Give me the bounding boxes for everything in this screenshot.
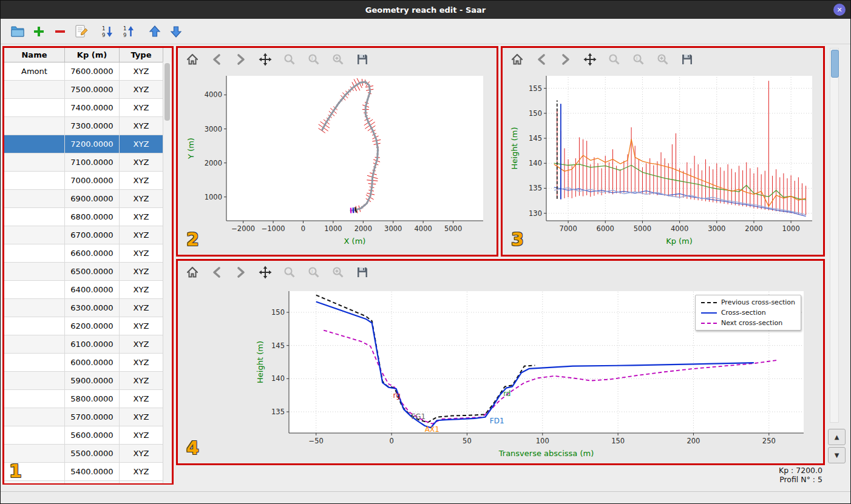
plot-zoom-original-button[interactable]: i: [631, 52, 646, 67]
cell-kp: 6900.0000: [65, 190, 120, 208]
cell-type: XYZ: [120, 99, 163, 117]
svg-text:FD1: FD1: [490, 417, 504, 425]
plot-zoom-button[interactable]: [282, 265, 297, 280]
move-up-button[interactable]: [146, 23, 163, 39]
table-row[interactable]: 5500.0000XYZ: [4, 445, 172, 463]
window-scrollbar[interactable]: [830, 48, 839, 423]
table-row[interactable]: 7400.0000XYZ: [4, 99, 172, 117]
cell-kp: 5700.0000: [65, 408, 120, 426]
plot-zoom-original-button[interactable]: i: [307, 52, 321, 67]
plot-zoom-rect-button[interactable]: [331, 52, 345, 67]
svg-text:2000: 2000: [745, 224, 762, 233]
table-row[interactable]: 7300.0000XYZ: [4, 117, 172, 135]
plot-back-button[interactable]: [209, 265, 224, 280]
table-row[interactable]: 6800.0000XYZ: [4, 208, 172, 226]
svg-text:i: i: [311, 56, 313, 61]
add-profile-button[interactable]: [30, 23, 47, 39]
plot-zoom-original-button[interactable]: i: [307, 265, 321, 280]
table-row[interactable]: 6900.0000XYZ: [4, 190, 172, 208]
plot-save-button[interactable]: [355, 265, 370, 280]
plot-back-button[interactable]: [534, 52, 549, 67]
cell-name: [4, 153, 65, 172]
scroll-up-button[interactable]: ▲: [828, 429, 846, 445]
table-row[interactable]: 7200.0000XYZ: [4, 135, 172, 153]
plot-forward-button[interactable]: [234, 52, 248, 67]
cell-type: XYZ: [120, 372, 163, 390]
cell-kp: 7600.0000: [65, 62, 120, 81]
table-row[interactable]: 7500.0000XYZ: [4, 81, 172, 99]
sort-ascending-icon: 1 9: [101, 25, 114, 38]
open-geometry-button[interactable]: [9, 23, 25, 39]
cell-kp: 6600.0000: [65, 244, 120, 263]
table-row[interactable]: 6200.0000XYZ: [4, 317, 172, 335]
svg-text:150: 150: [529, 109, 542, 118]
table-row[interactable]: 6600.0000XYZ: [4, 244, 172, 263]
remove-profile-button[interactable]: [52, 23, 68, 39]
table-row[interactable]: Amont7600.0000XYZ: [4, 62, 172, 81]
profile-plot[interactable]: 7000600050004000300020001000130135140145…: [503, 71, 823, 255]
window-scrollbar-thumb[interactable]: [831, 50, 839, 78]
cell-name: [4, 172, 65, 190]
zoom-original-icon: i: [632, 53, 645, 66]
svg-text:1000: 1000: [782, 224, 799, 233]
svg-text:AX1: AX1: [425, 425, 439, 434]
back-icon: [210, 53, 223, 66]
table-row[interactable]: 7000.0000XYZ: [4, 172, 172, 190]
plot-zoom-button[interactable]: [607, 52, 622, 67]
home-icon: [510, 53, 524, 66]
plot-pan-button[interactable]: [583, 52, 597, 67]
svg-text:−50: −50: [309, 437, 324, 445]
table-row[interactable]: 5800.0000XYZ: [4, 390, 172, 408]
table-row[interactable]: 5300.0000XYZ: [4, 481, 172, 483]
cell-name: [4, 372, 65, 390]
column-header-kp[interactable]: Kp (m): [65, 48, 120, 62]
table-row[interactable]: 6500.0000XYZ: [4, 263, 172, 281]
plot-home-button[interactable]: [510, 52, 524, 67]
table-row[interactable]: 7100.0000XYZ: [4, 153, 172, 172]
plot-forward-button[interactable]: [234, 265, 248, 280]
sort-descending-button[interactable]: 1 9: [120, 23, 137, 39]
scroll-down-button[interactable]: ▼: [828, 447, 846, 463]
sort-ascending-button[interactable]: 1 9: [99, 23, 115, 39]
plot-back-button[interactable]: [209, 52, 224, 67]
cell-kp: 6300.0000: [65, 299, 120, 317]
table-row[interactable]: 6000.0000XYZ: [4, 354, 172, 372]
table-row[interactable]: 6300.0000XYZ: [4, 299, 172, 317]
plot-save-button[interactable]: [355, 52, 370, 67]
cell-kp: 7500.0000: [65, 81, 120, 99]
legend: Previous cross-sectionCross-sectionNext …: [695, 295, 801, 331]
table-row[interactable]: 5700.0000XYZ: [4, 408, 172, 426]
plot-zoom-rect-button[interactable]: [331, 265, 345, 280]
plan-view-plot[interactable]: −2000−1000010002000300040005000100020003…: [178, 71, 497, 255]
plot-forward-button[interactable]: [558, 52, 573, 67]
legend-line-sample: [701, 323, 717, 324]
plot-pan-button[interactable]: [258, 265, 273, 280]
plot-toolbar: i: [178, 48, 497, 71]
table-scrollbar[interactable]: [163, 62, 172, 483]
table-row[interactable]: 5600.0000XYZ: [4, 426, 172, 445]
table-row[interactable]: 5400.0000XYZ: [4, 463, 172, 481]
plot-zoom-rect-button[interactable]: [656, 52, 670, 67]
svg-text:1: 1: [102, 25, 105, 32]
table-row[interactable]: 6700.0000XYZ: [4, 226, 172, 244]
table-row[interactable]: 6100.0000XYZ: [4, 335, 172, 354]
plot-home-button[interactable]: [185, 52, 200, 67]
column-header-type[interactable]: Type: [120, 48, 163, 62]
svg-text:145: 145: [271, 341, 285, 350]
svg-text:135: 135: [529, 184, 542, 192]
plot-save-button[interactable]: [680, 52, 694, 67]
plot-zoom-button[interactable]: [282, 52, 297, 67]
move-down-button[interactable]: [168, 23, 184, 39]
table-scrollbar-thumb[interactable]: [164, 63, 170, 121]
svg-text:Kp (m): Kp (m): [666, 237, 693, 246]
remove-icon: [53, 25, 67, 38]
close-button[interactable]: ✕: [833, 4, 846, 16]
plot-pan-button[interactable]: [258, 52, 273, 67]
plot-home-button[interactable]: [185, 265, 200, 280]
plot-toolbar: i: [178, 261, 823, 284]
table-row[interactable]: 6400.0000XYZ: [4, 281, 172, 299]
column-header-name[interactable]: Name: [4, 48, 65, 62]
edit-profile-button[interactable]: [73, 23, 89, 39]
table-row[interactable]: 5900.0000XYZ: [4, 372, 172, 390]
cell-kp: 6200.0000: [65, 317, 120, 335]
